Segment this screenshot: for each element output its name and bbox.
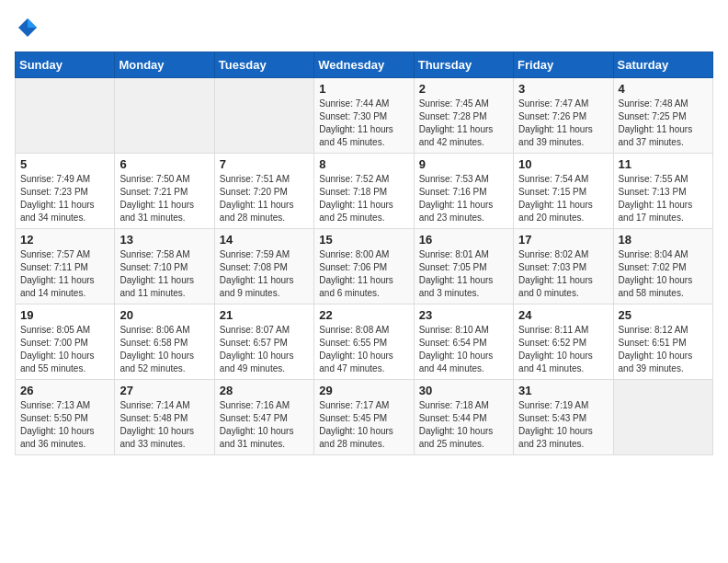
day-info: Sunrise: 8:07 AM Sunset: 6:57 PM Dayligh…	[220, 324, 309, 375]
calendar-cell: 2Sunrise: 7:45 AM Sunset: 7:28 PM Daylig…	[414, 78, 513, 154]
day-number: 15	[319, 233, 408, 247]
day-info: Sunrise: 7:53 AM Sunset: 7:16 PM Dayligh…	[419, 173, 508, 224]
day-info: Sunrise: 7:18 AM Sunset: 5:44 PM Dayligh…	[419, 399, 508, 451]
day-info: Sunrise: 7:50 AM Sunset: 7:21 PM Dayligh…	[119, 173, 209, 224]
calendar-cell: 19Sunrise: 8:05 AM Sunset: 7:00 PM Dayli…	[16, 304, 115, 380]
svg-marker-1	[28, 18, 37, 28]
day-number: 30	[419, 384, 508, 397]
day-number: 1	[319, 82, 408, 96]
day-header-monday: Monday	[115, 52, 214, 78]
day-info: Sunrise: 7:57 AM Sunset: 7:11 PM Dayligh…	[20, 248, 109, 300]
day-number: 29	[319, 384, 408, 397]
day-info: Sunrise: 7:17 AM Sunset: 5:45 PM Dayligh…	[319, 399, 408, 451]
day-info: Sunrise: 7:52 AM Sunset: 7:18 PM Dayligh…	[319, 173, 408, 224]
calendar-cell: 25Sunrise: 8:12 AM Sunset: 6:51 PM Dayli…	[613, 304, 712, 380]
day-number: 23	[419, 308, 508, 322]
day-info: Sunrise: 7:48 AM Sunset: 7:25 PM Dayligh…	[619, 98, 708, 149]
calendar-week-3: 12Sunrise: 7:57 AM Sunset: 7:11 PM Dayli…	[16, 229, 713, 304]
day-info: Sunrise: 7:55 AM Sunset: 7:13 PM Dayligh…	[619, 173, 708, 224]
day-number: 7	[220, 157, 309, 171]
calendar-cell	[214, 78, 313, 154]
day-number: 10	[518, 157, 608, 171]
calendar-cell: 12Sunrise: 7:57 AM Sunset: 7:11 PM Dayli…	[16, 229, 115, 304]
logo-icon	[15, 15, 40, 40]
day-info: Sunrise: 7:19 AM Sunset: 5:43 PM Dayligh…	[518, 399, 608, 451]
calendar-cell: 6Sunrise: 7:50 AM Sunset: 7:21 PM Daylig…	[115, 154, 214, 229]
day-info: Sunrise: 8:05 AM Sunset: 7:00 PM Dayligh…	[20, 324, 109, 375]
day-info: Sunrise: 8:08 AM Sunset: 6:55 PM Dayligh…	[319, 324, 408, 375]
day-info: Sunrise: 8:06 AM Sunset: 6:58 PM Dayligh…	[119, 324, 209, 375]
day-info: Sunrise: 8:04 AM Sunset: 7:02 PM Dayligh…	[619, 248, 708, 300]
calendar-cell: 14Sunrise: 7:59 AM Sunset: 7:08 PM Dayli…	[214, 229, 313, 304]
day-number: 21	[220, 308, 309, 322]
day-number: 5	[20, 157, 109, 171]
calendar-cell: 10Sunrise: 7:54 AM Sunset: 7:15 PM Dayli…	[514, 154, 613, 229]
day-info: Sunrise: 7:47 AM Sunset: 7:26 PM Dayligh…	[518, 98, 608, 149]
calendar-cell: 7Sunrise: 7:51 AM Sunset: 7:20 PM Daylig…	[214, 154, 313, 229]
calendar-cell: 3Sunrise: 7:47 AM Sunset: 7:26 PM Daylig…	[514, 78, 613, 154]
day-number: 3	[518, 82, 608, 96]
day-info: Sunrise: 8:12 AM Sunset: 6:51 PM Dayligh…	[619, 324, 708, 375]
day-header-saturday: Saturday	[613, 52, 712, 78]
day-info: Sunrise: 8:01 AM Sunset: 7:05 PM Dayligh…	[419, 248, 508, 300]
day-number: 27	[119, 384, 209, 397]
day-header-tuesday: Tuesday	[214, 52, 313, 78]
calendar-cell	[16, 78, 115, 154]
day-number: 6	[119, 157, 209, 171]
calendar-cell: 27Sunrise: 7:14 AM Sunset: 5:48 PM Dayli…	[115, 380, 214, 455]
calendar-cell: 11Sunrise: 7:55 AM Sunset: 7:13 PM Dayli…	[613, 154, 712, 229]
calendar-cell: 20Sunrise: 8:06 AM Sunset: 6:58 PM Dayli…	[115, 304, 214, 380]
day-header-sunday: Sunday	[16, 52, 115, 78]
calendar-cell: 22Sunrise: 8:08 AM Sunset: 6:55 PM Dayli…	[314, 304, 414, 380]
calendar-cell: 15Sunrise: 8:00 AM Sunset: 7:06 PM Dayli…	[314, 229, 414, 304]
day-number: 17	[518, 233, 608, 247]
calendar-week-4: 19Sunrise: 8:05 AM Sunset: 7:00 PM Dayli…	[16, 304, 713, 380]
day-number: 13	[119, 233, 209, 247]
day-header-thursday: Thursday	[414, 52, 513, 78]
calendar-cell: 21Sunrise: 8:07 AM Sunset: 6:57 PM Dayli…	[214, 304, 313, 380]
day-header-wednesday: Wednesday	[314, 52, 414, 78]
day-number: 11	[619, 157, 708, 171]
day-number: 25	[619, 308, 708, 322]
day-info: Sunrise: 7:54 AM Sunset: 7:15 PM Dayligh…	[518, 173, 608, 224]
day-number: 26	[20, 384, 109, 397]
calendar-cell: 29Sunrise: 7:17 AM Sunset: 5:45 PM Dayli…	[314, 380, 414, 455]
calendar-cell: 30Sunrise: 7:18 AM Sunset: 5:44 PM Dayli…	[414, 380, 513, 455]
calendar-header-row: SundayMondayTuesdayWednesdayThursdayFrid…	[16, 52, 713, 78]
day-info: Sunrise: 7:51 AM Sunset: 7:20 PM Dayligh…	[220, 173, 309, 224]
day-info: Sunrise: 7:16 AM Sunset: 5:47 PM Dayligh…	[220, 399, 309, 451]
day-info: Sunrise: 8:00 AM Sunset: 7:06 PM Dayligh…	[319, 248, 408, 300]
calendar-week-2: 5Sunrise: 7:49 AM Sunset: 7:23 PM Daylig…	[16, 154, 713, 229]
calendar-cell: 1Sunrise: 7:44 AM Sunset: 7:30 PM Daylig…	[314, 78, 414, 154]
day-number: 16	[419, 233, 508, 247]
day-number: 4	[619, 82, 708, 96]
day-info: Sunrise: 7:13 AM Sunset: 5:50 PM Dayligh…	[20, 399, 109, 451]
calendar-cell: 24Sunrise: 8:11 AM Sunset: 6:52 PM Dayli…	[514, 304, 613, 380]
page-header	[15, 15, 713, 40]
day-info: Sunrise: 7:58 AM Sunset: 7:10 PM Dayligh…	[119, 248, 209, 300]
calendar-cell: 16Sunrise: 8:01 AM Sunset: 7:05 PM Dayli…	[414, 229, 513, 304]
day-info: Sunrise: 8:11 AM Sunset: 6:52 PM Dayligh…	[518, 324, 608, 375]
calendar-cell	[115, 78, 214, 154]
day-number: 20	[119, 308, 209, 322]
day-number: 9	[419, 157, 508, 171]
calendar-cell: 17Sunrise: 8:02 AM Sunset: 7:03 PM Dayli…	[514, 229, 613, 304]
calendar-cell: 23Sunrise: 8:10 AM Sunset: 6:54 PM Dayli…	[414, 304, 513, 380]
day-number: 14	[220, 233, 309, 247]
calendar-week-5: 26Sunrise: 7:13 AM Sunset: 5:50 PM Dayli…	[16, 380, 713, 455]
day-info: Sunrise: 8:10 AM Sunset: 6:54 PM Dayligh…	[419, 324, 508, 375]
day-number: 22	[319, 308, 408, 322]
day-number: 18	[619, 233, 708, 247]
day-info: Sunrise: 8:02 AM Sunset: 7:03 PM Dayligh…	[518, 248, 608, 300]
day-info: Sunrise: 7:44 AM Sunset: 7:30 PM Dayligh…	[319, 98, 408, 149]
day-number: 8	[319, 157, 408, 171]
logo	[15, 15, 44, 40]
day-info: Sunrise: 7:45 AM Sunset: 7:28 PM Dayligh…	[419, 98, 508, 149]
day-info: Sunrise: 7:14 AM Sunset: 5:48 PM Dayligh…	[119, 399, 209, 451]
day-number: 12	[20, 233, 109, 247]
day-header-friday: Friday	[514, 52, 613, 78]
day-number: 24	[518, 308, 608, 322]
calendar-cell: 28Sunrise: 7:16 AM Sunset: 5:47 PM Dayli…	[214, 380, 313, 455]
calendar-cell: 18Sunrise: 8:04 AM Sunset: 7:02 PM Dayli…	[613, 229, 712, 304]
calendar-cell: 9Sunrise: 7:53 AM Sunset: 7:16 PM Daylig…	[414, 154, 513, 229]
